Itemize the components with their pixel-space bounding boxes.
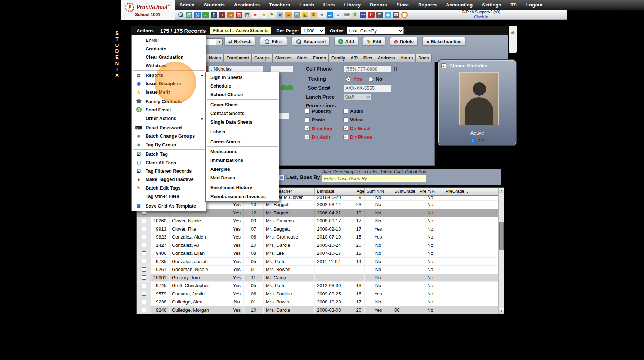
submenu-item-med-doses[interactable]: Med Doses <box>206 173 279 182</box>
column-header-pregrade[interactable]: PreGrade ... <box>443 188 468 195</box>
table-row[interactable]: 9913Glover, RitaYes07Mr. Baggett2009-02-… <box>137 225 504 234</box>
menu-item-tag-filtered-records[interactable]: ☑Tag Filtered Records <box>132 167 206 175</box>
tab-address[interactable]: Address <box>375 54 398 62</box>
tab-classes[interactable]: Classes <box>273 54 294 62</box>
filter-button[interactable]: Filter <box>260 37 287 46</box>
chat-icon[interactable]: … <box>202 12 209 18</box>
nav-item-academics[interactable]: Academics <box>229 0 264 10</box>
submenu-item-sign-in-sheets[interactable]: Sign In Sheets <box>206 73 279 81</box>
menu-item-enroll[interactable]: Enroll <box>132 36 206 44</box>
cell-phone-input[interactable] <box>343 65 391 73</box>
tab-enrollment[interactable]: Enrollment <box>224 54 252 62</box>
table-row[interactable]: 9735Gonzalez, JosiahYes05Ms. Patti2011-1… <box>137 258 504 266</box>
add-button[interactable]: +Add <box>334 37 358 46</box>
nav-item-donors[interactable]: Donors <box>365 0 392 10</box>
headset-icon[interactable]: ☎ <box>393 12 399 18</box>
column-header-pre[interactable]: Pre Y/N <box>417 188 443 195</box>
permission-checkbox-dir-email[interactable]: ✓ <box>343 126 348 131</box>
row-checkbox[interactable] <box>142 251 146 255</box>
nav-item-teachers[interactable]: Teachers <box>264 0 295 10</box>
permission-checkbox-directory[interactable]: ✓ <box>305 126 310 131</box>
tab-family[interactable]: Family <box>329 54 348 62</box>
row-checkbox[interactable] <box>142 300 146 304</box>
submenu-item-reimbursement-invoices[interactable]: Reimbursement Invoices <box>206 192 279 201</box>
menu-item-reports[interactable]: ▤Reports» <box>132 71 206 79</box>
money-icon[interactable]: $ <box>352 12 358 18</box>
web-icon[interactable]: ◉ <box>385 12 391 18</box>
tab-notes[interactable]: Notes <box>206 54 224 62</box>
walker-icon[interactable]: ☻ <box>318 12 325 18</box>
delete-button[interactable]: ⊘Delete <box>390 37 418 46</box>
contact-gold-icon[interactable]: ☻ <box>260 12 267 18</box>
row-checkbox[interactable] <box>142 235 146 239</box>
nav-item-accounting[interactable]: Accounting <box>441 0 477 10</box>
spreadsheet-icon[interactable]: ▦ <box>186 12 192 18</box>
tab-forms[interactable]: Forms <box>310 54 329 62</box>
column-header-sumgrade[interactable]: SumGrade... <box>392 188 417 195</box>
email-icon[interactable]: @ <box>194 12 201 18</box>
row-checkbox[interactable] <box>142 219 146 223</box>
submenu-item-labels[interactable]: Labels <box>206 128 279 136</box>
refresh-icon[interactable]: ⇄ <box>327 12 333 18</box>
row-checkbox[interactable] <box>142 275 146 280</box>
scroll-up-icon[interactable]: ▲ <box>499 188 504 193</box>
contact-red-icon[interactable]: ☻ <box>252 12 259 18</box>
clock-in-link[interactable]: Clock In <box>462 15 500 20</box>
cheese-icon[interactable]: ◣ <box>302 12 308 18</box>
menu-item-withdraw[interactable]: Withdraw <box>132 61 206 70</box>
menu-item-clear-graduation[interactable]: Clear Graduation <box>132 53 206 61</box>
permission-checkbox-dir-addr[interactable]: ✓ <box>305 135 310 139</box>
tags-icon[interactable]: ⚑ <box>269 12 275 18</box>
nav-item-library[interactable]: Library <box>339 0 365 10</box>
submenu-item-medications[interactable]: Medications <box>206 147 279 156</box>
menu-item-clear-all-tags[interactable]: ☐Clear All Tags <box>132 158 206 166</box>
table-row[interactable]: 10261Goodman, NicoleYes01Mrs. BowenNoNo <box>137 266 504 274</box>
grid-scrollbar[interactable]: ▲ ▼ <box>498 188 504 314</box>
ssn-input[interactable] <box>343 84 391 92</box>
submenu-item-immunizations[interactable]: Immunizations <box>206 156 279 165</box>
announce-icon[interactable]: ♫ <box>227 12 234 18</box>
search-icon[interactable] <box>178 12 184 18</box>
advanced-button[interactable]: Advanced <box>292 37 330 46</box>
row-checkbox[interactable] <box>142 267 146 272</box>
row-checkbox[interactable] <box>142 284 146 288</box>
table-row[interactable]: 1427Gonzalez, AJYes10Mrs. Garcia2005-10-… <box>137 241 504 250</box>
mobile-icon[interactable]: ▯ <box>211 12 217 18</box>
audio-icon[interactable]: ♪ <box>219 12 225 18</box>
submenu-item-contact-sheets[interactable]: Contact Sheets <box>206 109 279 117</box>
table-row[interactable]: 9579Guevara, JustinYes06Mrs. Sanlino2009… <box>137 290 504 298</box>
submenu-item-school-choice[interactable]: School Choice <box>206 90 279 99</box>
list-icon[interactable]: ≡ <box>335 12 341 18</box>
fax-icon[interactable]: ▤ <box>244 12 250 18</box>
menu-item-other-actions[interactable]: Other Actions» <box>132 114 206 123</box>
row-checkbox[interactable] <box>142 227 146 231</box>
tab-groups[interactable]: Groups <box>252 54 273 62</box>
tab-pics[interactable]: Pics <box>361 54 375 62</box>
make-inactive-button[interactable]: ●Make Inactive <box>422 37 465 46</box>
tab-hours[interactable]: Hours <box>398 54 416 62</box>
chat-icon[interactable]: … <box>287 85 293 90</box>
table-row[interactable]: 10001Gregory, TomYes11Mr. CampNoNo <box>137 274 504 282</box>
tab-a-r[interactable]: A/R <box>348 54 361 62</box>
row-checkbox[interactable] <box>142 210 146 215</box>
edit-button[interactable]: ✎Edit <box>363 37 385 46</box>
column-header-age[interactable]: Age <box>354 188 365 195</box>
table-row[interactable]: 9406Gonzalez, ElianYes08Mrs. Lee2007-10-… <box>137 249 504 258</box>
menu-item-save-grid-as-template[interactable]: ▦Save Grid As Template <box>132 201 206 210</box>
clipboard-icon[interactable]: ▤ <box>294 12 300 18</box>
menu-item-graduate[interactable]: Graduate <box>132 44 206 53</box>
nav-item-students[interactable]: Students <box>199 0 229 10</box>
menu-item-reset-password[interactable]: ⌨Reset Password <box>132 124 206 132</box>
keyboard-icon[interactable]: ⌨ <box>343 12 350 18</box>
send-icon[interactable]: ✉ <box>310 12 317 18</box>
tab-docs[interactable]: Docs <box>416 54 431 62</box>
refresh-button[interactable]: ⇄Refresh <box>224 37 255 46</box>
nav-item-reports[interactable]: Reports <box>413 0 441 10</box>
menu-item-family-contacts[interactable]: ☎Family Contacts <box>132 97 206 106</box>
permission-checkbox-photo[interactable] <box>305 117 310 122</box>
search-input[interactable] <box>321 175 426 182</box>
tab-stats[interactable]: Stats <box>294 54 310 62</box>
submenu-item-allergies[interactable]: Allergies <box>206 165 279 173</box>
student-card-checkbox[interactable]: ✓ <box>441 63 446 68</box>
groups-icon[interactable]: ☻ <box>277 12 283 18</box>
